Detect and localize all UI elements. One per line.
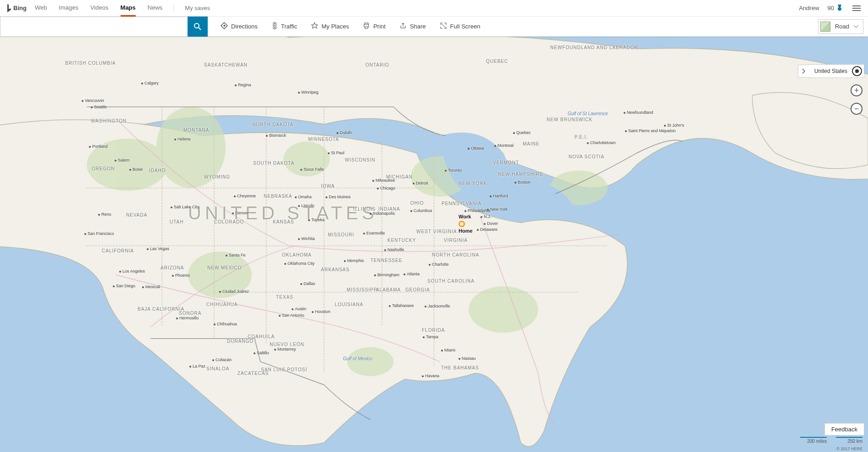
share-icon <box>399 22 407 31</box>
svg-point-5 <box>274 27 275 28</box>
zoom-out-button[interactable]: − <box>851 103 862 115</box>
nav-news[interactable]: News <box>148 0 163 17</box>
feedback-button[interactable]: Feedback <box>824 423 864 435</box>
svg-line-1 <box>199 28 201 30</box>
star-icon <box>311 22 318 31</box>
map-style-selector[interactable]: Road <box>818 19 863 34</box>
nav-web[interactable]: Web <box>35 0 47 17</box>
top-header: Bing WebImagesVideosMapsNews My saves An… <box>0 0 868 17</box>
chevron-right-icon <box>802 68 805 74</box>
svg-point-0 <box>194 23 199 28</box>
scale-miles: 200 miles <box>800 437 827 444</box>
menu-button[interactable] <box>851 4 862 13</box>
user-pin-icon[interactable] <box>459 221 465 227</box>
chevron-down-icon <box>854 25 858 28</box>
map-style-label: Road <box>835 23 849 30</box>
svg-point-8 <box>156 107 226 188</box>
toolbar-item-label: Directions <box>231 23 258 30</box>
toolbar-full-screen[interactable]: Full Screen <box>440 22 481 31</box>
nav-images[interactable]: Images <box>59 0 78 17</box>
secondary-nav: My saves <box>185 0 210 16</box>
toolbar-traffic[interactable]: Traffic <box>271 22 297 31</box>
location-pill: United States <box>808 64 864 78</box>
header-right: Andrew 90 <box>799 4 862 13</box>
svg-point-10 <box>283 142 330 177</box>
toolbar-directions[interactable]: Directions <box>221 22 258 31</box>
map-copyright: © 2017 HERE <box>836 446 862 451</box>
location-expand-button[interactable] <box>798 65 809 78</box>
print-icon <box>363 22 370 31</box>
toolbar-my-places[interactable]: My Places <box>311 22 349 31</box>
toolbar-share[interactable]: Share <box>399 22 426 31</box>
toolbar-item-label: Share <box>410 23 426 30</box>
locate-me-button[interactable] <box>852 66 862 76</box>
toolbar-item-label: Print <box>373 23 386 30</box>
search-icon <box>194 22 202 31</box>
feedback-label: Feedback <box>831 426 857 433</box>
svg-point-7 <box>87 139 168 191</box>
toolbar-print[interactable]: Print <box>363 22 386 31</box>
svg-point-12 <box>469 286 538 333</box>
nav-separator <box>173 5 174 12</box>
rewards-badge[interactable]: 90 <box>828 5 842 12</box>
nav-videos[interactable]: Videos <box>90 0 109 17</box>
nav-maps[interactable]: Maps <box>121 0 136 17</box>
svg-point-4 <box>274 25 275 26</box>
toolbar-item-label: Traffic <box>281 23 297 30</box>
toolbar-items: DirectionsTrafficMy PlacesPrintShareFull… <box>221 22 480 31</box>
nav-my-saves[interactable]: My saves <box>185 0 210 16</box>
svg-point-14 <box>347 347 393 376</box>
traffic-icon <box>271 22 278 31</box>
bing-logo[interactable]: Bing <box>6 4 27 12</box>
location-name: United States <box>814 68 847 74</box>
primary-nav: WebImagesVideosMapsNews <box>35 0 162 17</box>
scale-bar: 200 miles 250 km <box>800 437 862 444</box>
fullscreen-icon <box>440 22 447 31</box>
toolbar-item-label: Full Screen <box>450 23 481 30</box>
zoom-in-button[interactable]: + <box>851 84 862 96</box>
logo-text: Bing <box>13 5 27 11</box>
rewards-medal-icon <box>837 5 842 12</box>
zoom-controls: + − <box>851 84 862 115</box>
search-wrap <box>0 17 208 37</box>
bing-logo-icon <box>6 4 12 12</box>
user-name[interactable]: Andrew <box>799 5 819 11</box>
rewards-points: 90 <box>828 5 834 11</box>
map-terrain <box>0 17 868 452</box>
map-canvas[interactable]: United States + − Feedback 200 miles 250… <box>0 17 868 452</box>
toolbar-item-label: My Places <box>321 23 349 30</box>
directions-icon <box>221 22 228 31</box>
map-style-thumbnail <box>820 22 830 32</box>
svg-point-3 <box>274 23 275 24</box>
svg-point-9 <box>188 251 252 298</box>
map-toolbar: DirectionsTrafficMy PlacesPrintShareFull… <box>0 17 868 37</box>
search-button[interactable] <box>188 17 208 37</box>
search-input[interactable] <box>0 17 188 37</box>
scale-km: 250 km <box>836 437 862 444</box>
